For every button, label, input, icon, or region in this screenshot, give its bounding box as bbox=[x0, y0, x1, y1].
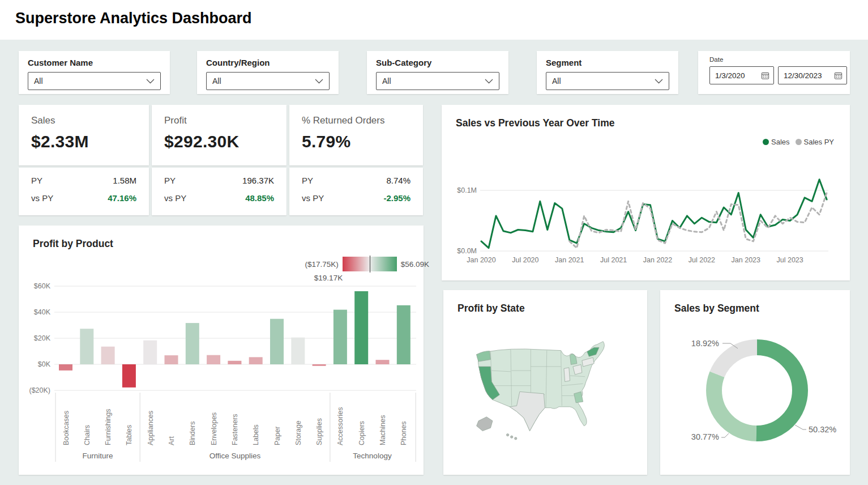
sales-vs-py-line-chart: Sales vs Previous Year Over Time SalesSa… bbox=[442, 105, 850, 280]
country-region-dropdown[interactable]: All bbox=[206, 72, 330, 90]
legend-item[interactable]: Sales PY bbox=[796, 138, 834, 146]
state-illinois bbox=[564, 368, 570, 382]
bar-binders[interactable] bbox=[186, 323, 199, 364]
bar-chart-plot: ($20K)$0K$20K$40K$60KBookcasesChairsFurn… bbox=[22, 279, 421, 469]
scale-min-label: ($17.75K) bbox=[305, 260, 338, 269]
group-label: Technology bbox=[353, 452, 392, 460]
color-scale-marker bbox=[370, 256, 371, 273]
bar-machines[interactable] bbox=[376, 360, 390, 364]
vs-py-value: 48.85% bbox=[245, 193, 274, 203]
bar-accessories[interactable] bbox=[333, 310, 347, 364]
customer-name-dropdown[interactable]: All bbox=[28, 72, 161, 90]
group-label: Office Supplies bbox=[209, 452, 261, 460]
bar-bookcases[interactable] bbox=[59, 364, 72, 371]
series-sales bbox=[481, 180, 827, 248]
legend-item[interactable]: Sales bbox=[763, 138, 790, 146]
chart-title: Sales vs Previous Year Over Time bbox=[442, 105, 850, 129]
scale-max-label: $56.09K bbox=[401, 260, 429, 269]
donut-chart-plot: 50.32%30.77%18.92% bbox=[660, 321, 850, 472]
state-alaska bbox=[477, 417, 493, 431]
label-leader-line bbox=[721, 433, 729, 437]
bar-appliances[interactable] bbox=[143, 341, 157, 364]
us-choropleth-map[interactable] bbox=[460, 335, 631, 451]
chart-title: Sales by Segment bbox=[660, 290, 850, 314]
line-chart-plot: $0.0M$0.1MJan 2020Jul 2020Jan 2021Jul 20… bbox=[450, 166, 841, 271]
kpi-title: % Returned Orders bbox=[289, 105, 423, 126]
x-tick-label: Jan 2021 bbox=[555, 256, 584, 264]
bar-storage[interactable] bbox=[291, 338, 305, 364]
segment-dropdown[interactable]: All bbox=[546, 72, 669, 90]
sub-category-dropdown[interactable]: All bbox=[376, 72, 499, 90]
dropdown-value: All bbox=[212, 76, 221, 86]
kpi-title: Profit bbox=[152, 105, 287, 126]
vs-py-value: 47.16% bbox=[108, 193, 136, 203]
category-label: Supplies bbox=[315, 418, 323, 445]
bar-copiers[interactable] bbox=[354, 291, 368, 364]
bar-labels[interactable] bbox=[249, 357, 263, 364]
py-label: PY bbox=[164, 176, 176, 185]
slicer-label: Country/Region bbox=[197, 51, 339, 72]
category-label: Chairs bbox=[83, 425, 91, 445]
y-tick-label: $40K bbox=[34, 308, 51, 316]
slicer-label: Sub-Category bbox=[367, 51, 508, 72]
calendar-icon[interactable] bbox=[834, 71, 843, 80]
date-start-value: 1/3/2020 bbox=[715, 71, 745, 80]
bar-envelopes[interactable] bbox=[207, 355, 220, 364]
header: Superstore Analytics Dashboard bbox=[0, 0, 868, 40]
kpi-returned-orders-py-card: PY8.74% vs PY-2.95% bbox=[289, 168, 423, 215]
slicer-country-region: Country/Region All bbox=[197, 51, 339, 94]
category-label: Binders bbox=[189, 422, 196, 445]
vs-py-label: vs PY bbox=[164, 193, 186, 203]
category-label: Accessories bbox=[336, 407, 344, 445]
bar-tables[interactable] bbox=[122, 364, 136, 388]
py-label: PY bbox=[31, 176, 42, 185]
y-tick-label: $0.0M bbox=[457, 247, 477, 255]
bar-furnishings[interactable] bbox=[101, 347, 115, 364]
bar-art[interactable] bbox=[165, 355, 178, 364]
chevron-down-icon bbox=[315, 79, 323, 84]
us-mainland bbox=[477, 342, 605, 431]
category-label: Storage bbox=[294, 420, 302, 445]
line-chart-legend: SalesSales PY bbox=[763, 138, 834, 146]
kpi-sales-card: Sales $2.33M bbox=[19, 105, 149, 165]
kpi-value: $292.30K bbox=[152, 126, 287, 151]
label-leader-line bbox=[795, 425, 806, 429]
vs-py-label: vs PY bbox=[302, 193, 324, 203]
page-title: Superstore Analytics Dashboard bbox=[0, 0, 868, 27]
dropdown-value: All bbox=[382, 76, 391, 86]
group-label: Furniture bbox=[83, 452, 113, 460]
category-label: Fasteners bbox=[231, 414, 239, 445]
bar-paper[interactable] bbox=[270, 319, 284, 364]
legend-label: Sales bbox=[771, 138, 790, 146]
bar-fasteners[interactable] bbox=[228, 361, 241, 364]
slicer-date: Date 1/3/2020 12/30/2023 bbox=[698, 51, 850, 94]
state-hawaii bbox=[506, 433, 516, 439]
kpi-profit-py-card: PY196.37K vs PY48.85% bbox=[152, 168, 287, 215]
x-tick-label: Jan 2022 bbox=[643, 256, 672, 264]
date-end-input[interactable]: 12/30/2023 bbox=[778, 66, 847, 84]
chart-title: Profit by Product bbox=[19, 226, 424, 250]
y-tick-label: $0.1M bbox=[457, 186, 477, 194]
py-value: 8.74% bbox=[386, 176, 411, 185]
legend-dot-icon bbox=[763, 139, 769, 145]
bar-chairs[interactable] bbox=[80, 329, 93, 364]
date-start-input[interactable]: 1/3/2020 bbox=[709, 66, 774, 84]
slicer-label: Date bbox=[698, 51, 850, 66]
profit-by-state-map: Profit by State bbox=[443, 290, 647, 475]
bar-supplies[interactable] bbox=[313, 364, 326, 366]
slicer-segment: Segment All bbox=[537, 51, 678, 94]
vs-py-value: -2.95% bbox=[383, 193, 411, 203]
calendar-icon[interactable] bbox=[761, 71, 769, 80]
kpi-value: $2.33M bbox=[19, 126, 149, 151]
slicer-sub-category: Sub-Category All bbox=[367, 51, 508, 94]
profit-by-product-bar-chart: Profit by Product ($17.75K) $56.09K $19.… bbox=[19, 226, 424, 475]
kpi-value: 5.79% bbox=[289, 126, 423, 151]
x-tick-label: Jul 2023 bbox=[777, 256, 803, 264]
color-scale-legend: ($17.75K) $56.09K $19.17K bbox=[282, 257, 429, 282]
category-label: Tables bbox=[125, 425, 133, 445]
x-tick-label: Jan 2023 bbox=[732, 256, 760, 264]
chart-title: Profit by State bbox=[443, 290, 647, 314]
category-label: Labels bbox=[252, 424, 260, 445]
kpi-title: Sales bbox=[19, 105, 149, 126]
bar-phones[interactable] bbox=[397, 305, 411, 364]
